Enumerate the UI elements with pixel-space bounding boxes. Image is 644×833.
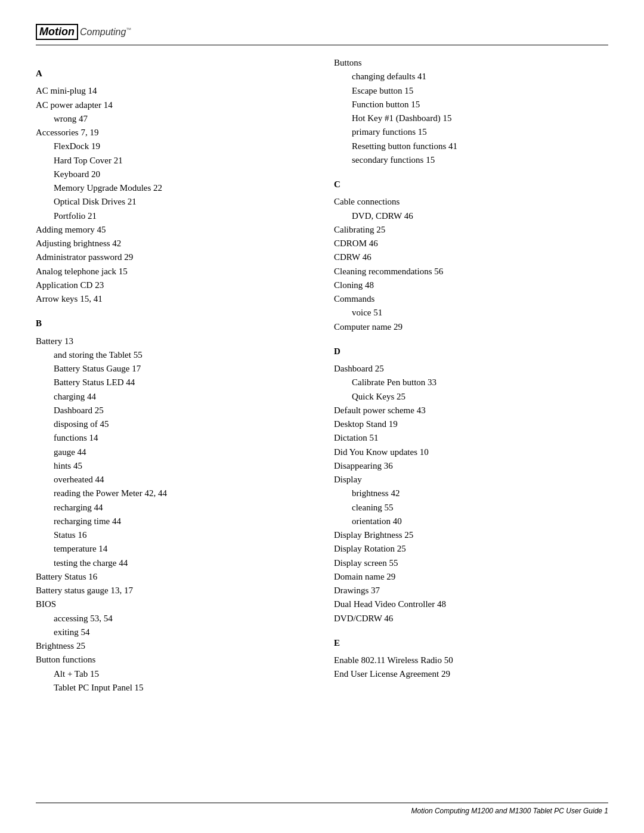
page: Motion Computing™ AAC mini-plug 14AC pow… <box>0 0 644 833</box>
index-entry: CDROM 46 <box>334 237 608 250</box>
content-area: AAC mini-plug 14AC power adapter 14wrong… <box>36 56 608 695</box>
section-letter-d: D <box>334 345 608 358</box>
index-entry: Commands <box>334 292 608 306</box>
index-entry: Cleaning recommendations 56 <box>334 265 608 278</box>
index-entry: Portfolio 21 <box>54 209 310 223</box>
index-entry: Keyboard 20 <box>54 168 310 181</box>
index-entry: Battery Status LED 44 <box>54 376 310 389</box>
index-entry: and storing the Tablet 55 <box>54 348 310 362</box>
logo-computing-label: Computing <box>80 27 126 37</box>
index-entry: DVD, CDRW 46 <box>352 209 608 223</box>
footer: Motion Computing M1200 and M1300 Tablet … <box>36 803 608 815</box>
index-entry: Cable connections <box>334 195 608 209</box>
footer-text: Motion Computing M1200 and M1300 Tablet … <box>411 807 608 815</box>
index-entry: Status 16 <box>54 528 310 542</box>
logo-tm: ™ <box>126 27 131 33</box>
index-entry: Button functions <box>36 653 310 667</box>
logo-motion-text: Motion <box>39 26 75 38</box>
index-entry: Display Brightness 25 <box>334 528 608 542</box>
index-entry: Alt + Tab 15 <box>54 667 310 681</box>
index-entry: FlexDock 19 <box>54 140 310 153</box>
section-letter-b: B <box>36 317 310 330</box>
index-entry: reading the Power Meter 42, 44 <box>54 487 310 500</box>
index-entry: Default power scheme 43 <box>334 404 608 417</box>
logo-computing-text: Computing™ <box>80 27 131 38</box>
index-entry: Quick Keys 25 <box>352 390 608 404</box>
index-entry: Dashboard 25 <box>54 404 310 417</box>
index-entry: Battery 13 <box>36 335 310 348</box>
index-entry: Battery Status 16 <box>36 570 310 584</box>
logo-area: Motion Computing™ <box>36 24 131 40</box>
index-entry: Resetting button functions 41 <box>352 140 608 153</box>
index-entry: Display Rotation 25 <box>334 542 608 556</box>
index-entry: Buttons <box>334 56 608 70</box>
logo-box: Motion <box>36 24 78 40</box>
index-entry: secondary functions 15 <box>352 153 608 167</box>
index-entry: Hot Key #1 (Dashboard) 15 <box>352 112 608 125</box>
index-entry: Desktop Stand 19 <box>334 417 608 431</box>
index-entry: exiting 54 <box>54 625 310 639</box>
index-entry: temperature 14 <box>54 542 310 556</box>
index-entry: Optical Disk Drives 21 <box>54 195 310 209</box>
index-entry: Tablet PC Input Panel 15 <box>54 681 310 695</box>
index-entry: Calibrate Pen button 33 <box>352 376 608 389</box>
index-entry: Battery status gauge 13, 17 <box>36 584 310 597</box>
index-entry: Escape button 15 <box>352 84 608 98</box>
index-entry: Cloning 48 <box>334 278 608 292</box>
index-entry: Domain name 29 <box>334 570 608 584</box>
index-entry: disposing of 45 <box>54 417 310 431</box>
index-entry: recharging time 44 <box>54 515 310 528</box>
index-entry: primary functions 15 <box>352 125 608 139</box>
index-entry: orientation 40 <box>352 515 608 528</box>
index-entry: Dashboard 25 <box>334 362 608 376</box>
index-entry: Adding memory 45 <box>36 223 310 237</box>
index-entry: Did You Know updates 10 <box>334 445 608 459</box>
index-entry: Computer name 29 <box>334 320 608 334</box>
logo-wrapper: Motion Computing™ <box>36 24 131 40</box>
index-entry: cleaning 55 <box>352 501 608 515</box>
index-entry: brightness 42 <box>352 487 608 500</box>
index-entry: Adjusting brightness 42 <box>36 237 310 250</box>
section-letter-c: C <box>334 178 608 191</box>
index-entry: changing defaults 41 <box>352 70 608 83</box>
index-entry: BIOS <box>36 597 310 611</box>
index-entry: voice 51 <box>352 306 608 320</box>
right-column: Buttonschanging defaults 41Escape button… <box>328 56 608 695</box>
left-column: AAC mini-plug 14AC power adapter 14wrong… <box>36 56 328 695</box>
index-entry: AC mini-plug 14 <box>36 84 310 98</box>
index-entry: Disappearing 36 <box>334 459 608 473</box>
index-entry: Display screen 55 <box>334 556 608 570</box>
index-entry: End User License Agreement 29 <box>334 667 608 681</box>
index-entry: CDRW 46 <box>334 250 608 264</box>
section-letter-e: E <box>334 636 608 650</box>
index-entry: testing the charge 44 <box>54 556 310 570</box>
index-entry: Dictation 51 <box>334 431 608 445</box>
index-entry: Enable 802.11 Wireless Radio 50 <box>334 654 608 667</box>
index-entry: Display <box>334 473 608 487</box>
index-entry: Battery Status Gauge 17 <box>54 362 310 376</box>
index-entry: Memory Upgrade Modules 22 <box>54 181 310 195</box>
index-entry: charging 44 <box>54 390 310 404</box>
header: Motion Computing™ <box>36 24 608 45</box>
index-entry: Drawings 37 <box>334 584 608 597</box>
index-entry: functions 14 <box>54 431 310 445</box>
index-entry: Brightness 25 <box>36 639 310 653</box>
index-entry: Dual Head Video Controller 48 <box>334 597 608 611</box>
index-entry: Hard Top Cover 21 <box>54 154 310 168</box>
index-entry: hints 45 <box>54 459 310 473</box>
index-entry: Accessories 7, 19 <box>36 126 310 140</box>
index-entry: Application CD 23 <box>36 278 310 292</box>
index-entry: DVD/CDRW 46 <box>334 612 608 625</box>
index-entry: overheated 44 <box>54 473 310 487</box>
index-entry: wrong 47 <box>54 112 310 126</box>
index-entry: Calibrating 25 <box>334 223 608 237</box>
index-entry: Analog telephone jack 15 <box>36 265 310 278</box>
section-letter-a: A <box>36 67 310 80</box>
index-entry: Administrator password 29 <box>36 250 310 264</box>
index-entry: Function button 15 <box>352 98 608 112</box>
index-entry: AC power adapter 14 <box>36 98 310 112</box>
index-entry: recharging 44 <box>54 501 310 515</box>
index-entry: Arrow keys 15, 41 <box>36 292 310 306</box>
index-entry: gauge 44 <box>54 445 310 459</box>
index-entry: accessing 53, 54 <box>54 612 310 625</box>
